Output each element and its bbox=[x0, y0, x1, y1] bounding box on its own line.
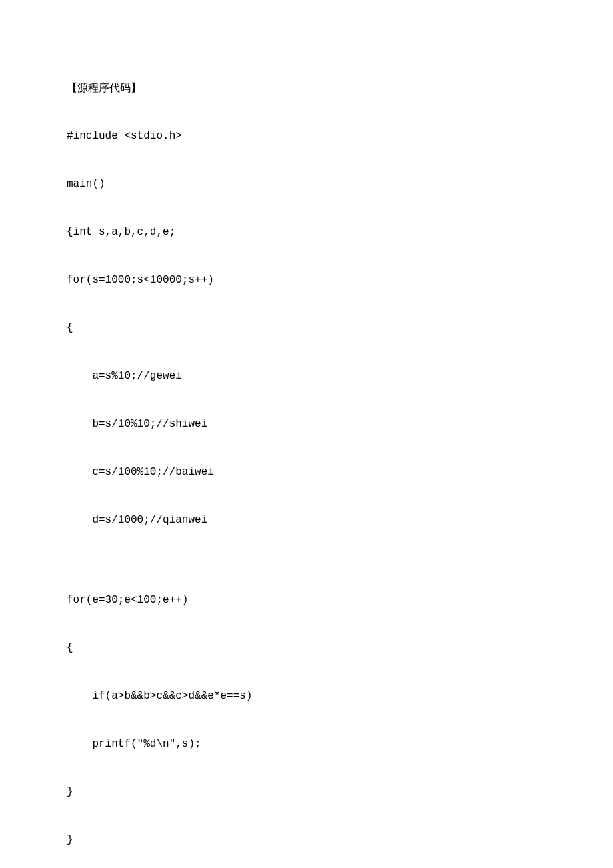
code-line: } bbox=[67, 784, 546, 800]
code-line: } bbox=[67, 832, 546, 848]
code-line: #include <stdio.h> bbox=[67, 128, 546, 144]
code-line: a=s%10;//gewei bbox=[67, 368, 546, 384]
code-line: main() bbox=[67, 176, 546, 192]
code-line: { bbox=[67, 320, 546, 336]
code-line: b=s/10%10;//shiwei bbox=[67, 416, 546, 432]
source-code-block: #include <stdio.h> main() {int s,a,b,c,d… bbox=[67, 96, 546, 868]
code-line: { bbox=[67, 640, 546, 656]
heading-source: 【源程序代码】 bbox=[67, 80, 546, 96]
code-line: printf("%d\n",s); bbox=[67, 736, 546, 752]
code-line: c=s/100%10;//baiwei bbox=[67, 464, 546, 480]
code-line: d=s/1000;//qianwei bbox=[67, 512, 546, 528]
code-line: if(a>b&&b>c&&c>d&&e*e==s) bbox=[67, 688, 546, 704]
code-line: for(e=30;e<100;e++) bbox=[67, 592, 546, 608]
code-line: for(s=1000;s<10000;s++) bbox=[67, 272, 546, 288]
code-line: {int s,a,b,c,d,e; bbox=[67, 224, 546, 240]
